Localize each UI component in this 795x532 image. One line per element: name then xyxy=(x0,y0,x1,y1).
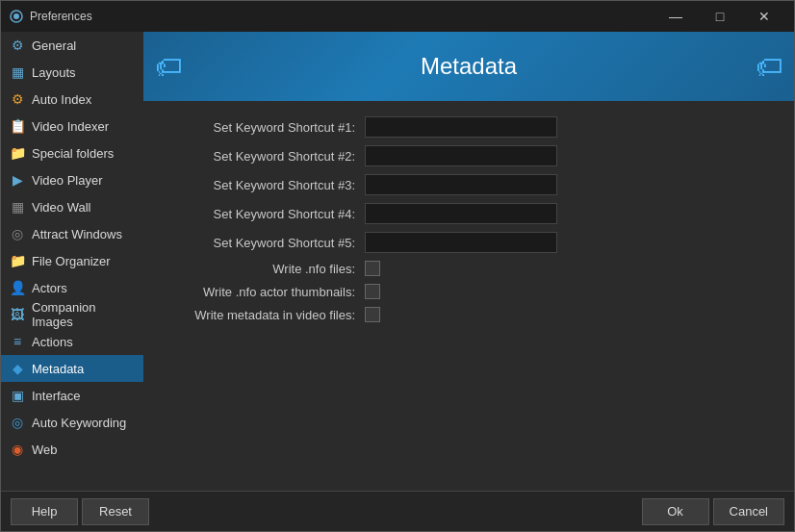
sidebar-item-general[interactable]: ⚙General xyxy=(1,32,143,59)
video-indexer-icon: 📋 xyxy=(9,117,26,135)
sidebar-item-attract-windows[interactable]: ◎Attract Windows xyxy=(1,220,143,247)
sidebar-item-web[interactable]: ◉Web xyxy=(1,436,143,463)
sidebar-item-metadata[interactable]: ◆Metadata xyxy=(1,355,143,382)
auto-index-icon: ⚙ xyxy=(9,90,26,108)
sidebar-item-video-wall[interactable]: ▦Video Wall xyxy=(1,193,143,220)
form-checkbox-write-metadata-video[interactable] xyxy=(365,307,380,322)
sidebar-item-label-file-organizer: File Organizer xyxy=(32,254,111,268)
form-label-shortcut2: Set Keyword Shortcut #2: xyxy=(163,149,355,164)
bottom-left-buttons: Help Reset xyxy=(11,498,149,525)
form-row-shortcut5: Set Keyword Shortcut #5: xyxy=(163,232,775,253)
sidebar-item-label-interface: Interface xyxy=(32,389,81,403)
title-bar-controls: — □ ✕ xyxy=(654,1,786,32)
sidebar-item-label-companion-images: Companion Images xyxy=(32,300,136,329)
sidebar-item-layouts[interactable]: ▦Layouts xyxy=(1,59,143,86)
sidebar-item-label-metadata: Metadata xyxy=(32,362,84,376)
form-row-shortcut2: Set Keyword Shortcut #2: xyxy=(163,145,775,166)
sidebar-item-label-general: General xyxy=(32,38,76,53)
form-input-shortcut4[interactable] xyxy=(365,203,557,224)
header-icon-left: 🏷 xyxy=(155,51,182,83)
form-checkbox-write-nfo-actor[interactable] xyxy=(365,284,380,299)
sidebar-item-label-auto-index: Auto Index xyxy=(32,92,91,107)
cancel-button[interactable]: Cancel xyxy=(713,498,784,525)
sidebar-item-label-video-wall: Video Wall xyxy=(32,200,90,215)
sidebar-item-file-organizer[interactable]: 📁File Organizer xyxy=(1,247,143,274)
reset-button[interactable]: Reset xyxy=(82,498,149,525)
metadata-icon: ◆ xyxy=(9,360,26,377)
sidebar-item-interface[interactable]: ▣Interface xyxy=(1,382,143,409)
maximize-button[interactable]: □ xyxy=(698,1,742,32)
form-input-shortcut1[interactable] xyxy=(365,116,557,138)
actions-icon: ≡ xyxy=(9,333,26,350)
companion-images-icon: 🖼 xyxy=(9,306,26,323)
form-label-shortcut5: Set Keyword Shortcut #5: xyxy=(163,236,355,250)
title-bar: Preferences — □ ✕ xyxy=(1,1,794,32)
sidebar-item-actors[interactable]: 👤Actors xyxy=(1,274,143,301)
form-label-write-nfo: Write .nfo files: xyxy=(163,262,355,276)
ok-button[interactable]: Ok xyxy=(642,498,709,525)
form-label-write-metadata-video: Write metadata in video files: xyxy=(163,308,355,322)
sidebar-item-companion-images[interactable]: 🖼Companion Images xyxy=(1,301,143,328)
sidebar-item-label-actors: Actors xyxy=(32,281,67,295)
sidebar-item-label-attract-windows: Attract Windows xyxy=(32,227,122,241)
general-icon: ⚙ xyxy=(9,37,26,54)
form-row-shortcut1: Set Keyword Shortcut #1: xyxy=(163,116,775,138)
auto-keywording-icon: ◎ xyxy=(9,414,26,431)
sidebar-item-video-player[interactable]: ▶Video Player xyxy=(1,166,143,193)
main-content: ⚙General▦Layouts⚙Auto Index📋Video Indexe… xyxy=(1,32,794,491)
attract-windows-icon: ◎ xyxy=(9,225,26,242)
preferences-window: Preferences — □ ✕ ⚙General▦Layouts⚙Auto … xyxy=(0,0,795,532)
content-area: 🏷 Metadata 🏷 Set Keyword Shortcut #1:Set… xyxy=(143,32,794,491)
bottom-bar: Help Reset Ok Cancel xyxy=(1,491,794,531)
form-label-write-nfo-actor: Write .nfo actor thumbnails: xyxy=(163,285,355,299)
form-row-write-metadata-video: Write metadata in video files: xyxy=(163,307,775,322)
file-organizer-icon: 📁 xyxy=(9,252,26,269)
form-row-shortcut4: Set Keyword Shortcut #4: xyxy=(163,203,775,224)
header-title: Metadata xyxy=(421,53,517,80)
help-button[interactable]: Help xyxy=(11,498,78,525)
layouts-icon: ▦ xyxy=(9,63,26,81)
sidebar-item-label-web: Web xyxy=(32,443,58,457)
sidebar-item-label-actions: Actions xyxy=(32,335,73,349)
svg-point-1 xyxy=(13,13,19,19)
web-icon: ◉ xyxy=(9,441,26,458)
sidebar: ⚙General▦Layouts⚙Auto Index📋Video Indexe… xyxy=(1,32,143,491)
form-input-shortcut5[interactable] xyxy=(365,232,557,253)
sidebar-item-label-video-indexer: Video Indexer xyxy=(32,119,109,134)
sidebar-item-video-indexer[interactable]: 📋Video Indexer xyxy=(1,113,143,139)
actors-icon: 👤 xyxy=(9,279,26,296)
sidebar-item-label-special-folders: Special folders xyxy=(32,146,114,161)
bottom-right-buttons: Ok Cancel xyxy=(642,498,784,525)
sidebar-item-label-video-player: Video Player xyxy=(32,173,102,188)
sidebar-item-special-folders[interactable]: 📁Special folders xyxy=(1,139,143,166)
form-checkbox-write-nfo[interactable] xyxy=(365,261,380,276)
sidebar-item-auto-keywording[interactable]: ◎Auto Keywording xyxy=(1,409,143,436)
form-label-shortcut1: Set Keyword Shortcut #1: xyxy=(163,120,355,135)
sidebar-item-label-auto-keywording: Auto Keywording xyxy=(32,416,126,430)
form-row-shortcut3: Set Keyword Shortcut #3: xyxy=(163,174,775,195)
close-button[interactable]: ✕ xyxy=(742,1,786,32)
form-row-write-nfo-actor: Write .nfo actor thumbnails: xyxy=(163,284,775,299)
form-label-shortcut3: Set Keyword Shortcut #3: xyxy=(163,178,355,192)
window-title: Preferences xyxy=(30,10,654,23)
window-icon xyxy=(9,9,24,24)
sidebar-item-label-layouts: Layouts xyxy=(32,65,76,80)
sidebar-item-auto-index[interactable]: ⚙Auto Index xyxy=(1,86,143,113)
content-body: Set Keyword Shortcut #1:Set Keyword Shor… xyxy=(143,101,794,491)
form-row-write-nfo: Write .nfo files: xyxy=(163,261,775,276)
sidebar-item-actions[interactable]: ≡Actions xyxy=(1,328,143,355)
form-input-shortcut3[interactable] xyxy=(365,174,557,195)
content-header: 🏷 Metadata 🏷 xyxy=(143,32,794,101)
form-input-shortcut2[interactable] xyxy=(365,145,557,166)
form-label-shortcut4: Set Keyword Shortcut #4: xyxy=(163,207,355,221)
special-folders-icon: 📁 xyxy=(9,144,26,162)
video-player-icon: ▶ xyxy=(9,171,26,189)
minimize-button[interactable]: — xyxy=(654,1,698,32)
header-icon-right: 🏷 xyxy=(756,51,782,83)
video-wall-icon: ▦ xyxy=(9,198,26,215)
interface-icon: ▣ xyxy=(9,387,26,404)
